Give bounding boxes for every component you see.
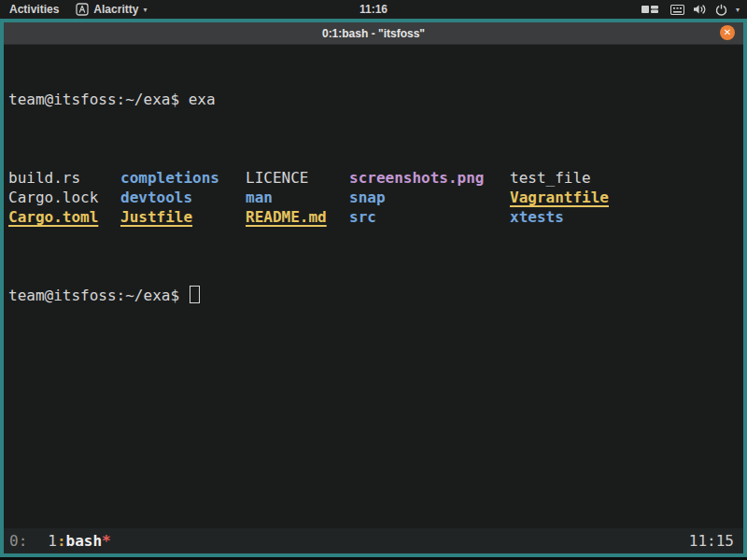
file-entry: src (349, 207, 510, 227)
file-entry: Cargo.toml (8, 207, 120, 227)
file-entry: test_file (510, 168, 743, 188)
terminal-cursor (190, 286, 200, 303)
window-titlebar[interactable]: 0:1:bash - "itsfoss" ✕ (4, 22, 743, 45)
tmux-session-label: 0: (9, 531, 27, 551)
keyboard-icon (670, 5, 684, 15)
gnome-top-bar: Activities Alacritty ▾ 11:16 (0, 0, 747, 19)
app-menu[interactable]: Alacritty ▾ (76, 3, 147, 16)
file-entry: snap (349, 188, 510, 207)
tmux-status-bar: 0: 1:bash* 11:15 (4, 528, 743, 553)
system-status-area[interactable]: ▾ (670, 4, 740, 16)
file-entry: completions (120, 168, 246, 188)
terminal[interactable]: team@itsfoss:~/exa$ exa build.rs complet… (4, 45, 743, 553)
current-prompt-line[interactable]: team@itsfoss:~/exa$ (8, 286, 743, 305)
file-entry: xtests (510, 207, 743, 227)
file-entry: LICENCE (246, 168, 349, 188)
clock[interactable]: 11:16 (359, 3, 388, 16)
tray-chevron-down-icon: ▾ (736, 6, 740, 14)
shell-prompt: team@itsfoss:~/exa$ (8, 91, 179, 108)
chevron-down-icon: ▾ (143, 6, 147, 14)
file-entry: build.rs (8, 168, 120, 188)
window-list-icon[interactable] (641, 4, 658, 15)
alacritty-icon (76, 3, 89, 16)
window-title: 0:1:bash - "itsfoss" (322, 27, 425, 40)
tmux-clock: 11:15 (689, 531, 734, 551)
alacritty-window: 0:1:bash - "itsfoss" ✕ team@itsfoss:~/ex… (0, 19, 747, 557)
file-entry: Vagrantfile (510, 188, 743, 207)
typed-command: exa (189, 91, 216, 108)
command-line: team@itsfoss:~/exa$ exa (8, 90, 743, 109)
file-entry: screenshots.png (349, 168, 510, 188)
power-icon (715, 4, 727, 16)
active-window-flag: * (102, 532, 111, 550)
file-entry: man (246, 188, 349, 207)
tmux-window-tab[interactable]: 1:bash* (48, 531, 110, 551)
shell-prompt: team@itsfoss:~/exa$ (8, 287, 179, 304)
app-menu-label: Alacritty (93, 3, 138, 16)
file-entry: Cargo.lock (8, 188, 120, 207)
file-entry: Justfile (120, 207, 246, 227)
activities-button[interactable]: Activities (9, 3, 59, 16)
close-button[interactable]: ✕ (720, 25, 735, 40)
file-entry: devtools (120, 188, 246, 207)
file-entry: README.md (246, 207, 349, 227)
volume-icon (693, 4, 707, 15)
file-listing: build.rs completions LICENCE screenshots… (8, 168, 743, 227)
terminal-output: team@itsfoss:~/exa$ exa build.rs complet… (4, 45, 743, 344)
